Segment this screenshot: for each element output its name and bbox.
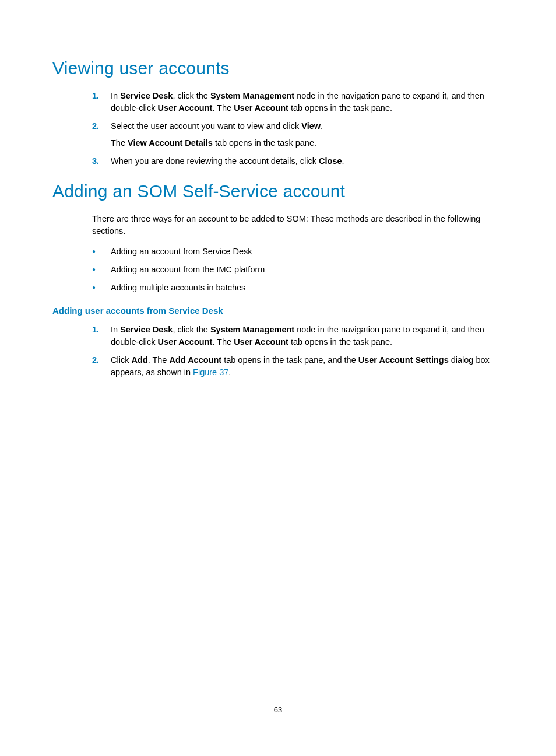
step-number: 2. <box>92 120 111 149</box>
step-body: Click Add. The Add Account tab opens in … <box>111 354 504 379</box>
bullet-icon: ● <box>92 246 111 258</box>
page-number: 63 <box>0 705 556 714</box>
heading-adding-som-account: Adding an SOM Self-Service account <box>52 181 504 201</box>
list-item: ●Adding an account from Service Desk <box>92 246 504 258</box>
list-item: 2.Click Add. The Add Account tab opens i… <box>92 354 504 379</box>
bullet-icon: ● <box>92 264 111 276</box>
step-number: 2. <box>92 354 111 379</box>
step-number: 1. <box>92 324 111 348</box>
bullet-text: Adding multiple accounts in batches <box>111 282 504 294</box>
step-number: 3. <box>92 155 111 167</box>
list-item: 1.In Service Desk, click the System Mana… <box>92 90 504 114</box>
list-item: 1.In Service Desk, click the System Mana… <box>92 324 504 348</box>
adding-steps-list: 1.In Service Desk, click the System Mana… <box>92 324 504 379</box>
bullet-text: Adding an account from Service Desk <box>111 246 504 258</box>
methods-bullet-list: ●Adding an account from Service Desk●Add… <box>92 246 504 294</box>
step-body: Select the user account you want to view… <box>111 120 504 149</box>
list-item: 2.Select the user account you want to vi… <box>92 120 504 149</box>
bullet-text: Adding an account from the IMC platform <box>111 264 504 276</box>
list-item: ●Adding an account from the IMC platform <box>92 264 504 276</box>
list-item: ●Adding multiple accounts in batches <box>92 282 504 294</box>
subheading-adding-from-service-desk: Adding user accounts from Service Desk <box>52 306 504 316</box>
bullet-icon: ● <box>92 282 111 294</box>
step-followup: The View Account Details tab opens in th… <box>111 137 504 149</box>
heading-viewing-user-accounts: Viewing user accounts <box>52 58 504 78</box>
viewing-steps-list: 1.In Service Desk, click the System Mana… <box>92 90 504 167</box>
step-body: When you are done reviewing the account … <box>111 155 504 167</box>
step-body: In Service Desk, click the System Manage… <box>111 324 504 348</box>
step-body: In Service Desk, click the System Manage… <box>111 90 504 114</box>
figure-reference-link[interactable]: Figure 37 <box>193 368 228 377</box>
list-item: 3.When you are done reviewing the accoun… <box>92 155 504 167</box>
intro-paragraph: There are three ways for an account to b… <box>92 213 504 237</box>
step-number: 1. <box>92 90 111 114</box>
